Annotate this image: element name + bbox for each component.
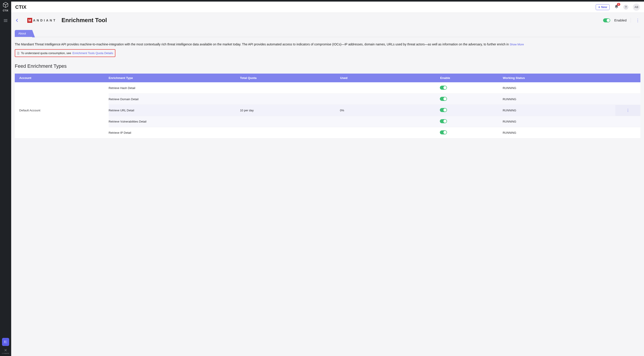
cell-status: RUNNING [503, 98, 616, 101]
header-enable: Enable [440, 76, 503, 80]
cell-type: Retrieve URL Detail [109, 109, 240, 112]
quota-details-link[interactable]: Enrichment Tools Quota Details [72, 52, 113, 55]
table-row[interactable]: Retrieve Domain Detail RUNNING [109, 94, 640, 105]
row-enable-toggle[interactable] [440, 97, 447, 101]
document-icon [16, 52, 20, 55]
table-row[interactable]: Retrieve Hash Detail RUNNING [109, 82, 640, 94]
header-quota: Total Quota [240, 76, 340, 80]
enrichment-types-table: Account Enrichment Type Total Quota Used… [15, 74, 640, 138]
page-more-menu[interactable]: ⋮ [635, 17, 640, 24]
vendor-name: ANDIANT [33, 18, 56, 22]
row-enable-toggle[interactable] [440, 108, 447, 112]
cell-type: Retrieve IP Detail [109, 131, 240, 134]
row-more-menu[interactable]: ⋮ [616, 105, 640, 116]
app-title: CTIX [15, 4, 26, 10]
cell-quota: 10 per day [240, 109, 340, 112]
tabs: About [15, 30, 640, 37]
row-enable-toggle[interactable] [440, 130, 447, 134]
divider [630, 18, 631, 23]
tab-about[interactable]: About [15, 30, 32, 37]
cell-enable [440, 97, 503, 102]
back-button[interactable] [15, 18, 19, 22]
cell-enable [440, 86, 503, 90]
quota-hint-prefix: To understand quota consumption, see [21, 52, 71, 55]
ctix-logo-icon[interactable] [2, 2, 9, 8]
account-cell: Default Account [15, 82, 109, 138]
tool-description-text: The Mandiant Threat Intelligence API pro… [15, 42, 510, 46]
left-rail-app-label: CTIX [3, 10, 8, 12]
table-row[interactable]: Retrieve URL Detail 10 per day 0% RUNNIN… [109, 105, 640, 116]
left-rail: CTIX CYWARE [0, 0, 11, 356]
cyware-brand: CYWARE [2, 348, 9, 354]
table-header-row: Account Enrichment Type Total Quota Used… [15, 74, 640, 82]
header-type: Enrichment Type [109, 76, 240, 80]
cell-type: Retrieve Hash Detail [109, 86, 240, 90]
svg-point-3 [6, 343, 7, 343]
enabled-label: Enabled [614, 18, 626, 22]
menu-icon[interactable] [3, 18, 8, 23]
cell-status: RUNNING [503, 131, 616, 134]
row-enable-toggle[interactable] [440, 86, 447, 90]
svg-point-0 [4, 341, 6, 342]
svg-point-1 [6, 341, 7, 341]
page-title: Enrichment Tool [62, 17, 107, 24]
avatar[interactable]: AB [633, 4, 640, 11]
new-button[interactable]: + New [596, 4, 610, 10]
notification-badge: 2 [617, 3, 620, 6]
quota-hint-box: To understand quota consumption, see Enr… [15, 49, 116, 57]
svg-point-2 [6, 342, 7, 342]
header-used: Used [340, 76, 440, 80]
user-panel-button[interactable] [2, 338, 9, 346]
tool-description: The Mandiant Threat Intelligence API pro… [15, 42, 640, 46]
table-row[interactable]: Retrieve IP Detail RUNNING [109, 127, 640, 138]
row-enable-toggle[interactable] [440, 119, 447, 123]
vendor-logo: ANDIANT [27, 18, 56, 23]
header-account: Account [15, 76, 109, 80]
header-status: Working Status [503, 76, 616, 80]
account-label: Default Account [19, 109, 40, 112]
cell-status: RUNNING [503, 109, 616, 112]
help-button[interactable]: ? [624, 5, 628, 10]
cell-enable [440, 130, 503, 135]
table-row[interactable]: Retrieve Vulnerabilities Detail RUNNING [109, 116, 640, 127]
show-more-link[interactable]: Show More [510, 43, 524, 46]
cell-type: Retrieve Domain Detail [109, 98, 240, 101]
notifications-button[interactable]: 2 [614, 4, 619, 10]
cell-enable [440, 108, 503, 113]
top-bar: CTIX + New 2 ? AB [11, 2, 644, 13]
mandiant-m-icon [27, 18, 32, 23]
cell-status: RUNNING [503, 86, 616, 90]
tab-about-label: About [18, 32, 26, 35]
section-title: Feed Enrichment Types [15, 63, 640, 69]
cell-used: 0% [340, 109, 440, 112]
plus-icon: + [598, 5, 600, 9]
cell-enable [440, 119, 503, 124]
cell-status: RUNNING [503, 120, 616, 123]
window-chrome-strip [11, 0, 644, 2]
new-button-label: New [601, 5, 607, 9]
cell-type: Retrieve Vulnerabilities Detail [109, 120, 240, 123]
enabled-toggle[interactable] [603, 18, 610, 22]
